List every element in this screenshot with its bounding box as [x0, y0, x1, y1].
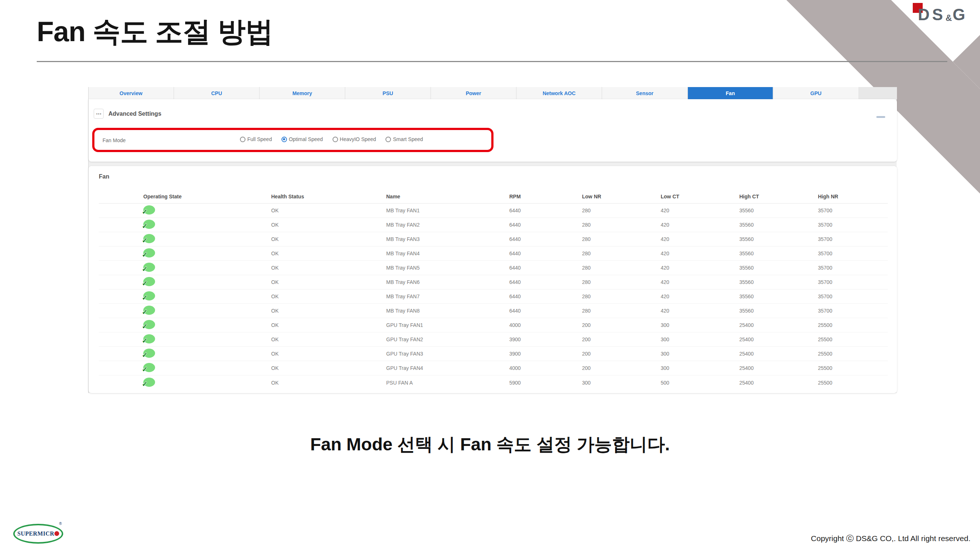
tab-label: Power [466, 91, 481, 96]
radio-icon [282, 137, 287, 142]
operating-state-cell: ✓ [143, 320, 271, 330]
tab-psu[interactable]: PSU [345, 87, 430, 99]
rpm-cell: 4000 [509, 322, 582, 328]
supermicro-ellipse: SUPERMICR [13, 524, 63, 544]
tab-label: PSU [382, 91, 393, 96]
tab-sensor[interactable]: Sensor [602, 87, 687, 99]
table-row: ✓ OK MB Tray FAN4 6440 280 420 35560 357… [99, 246, 888, 261]
operating-state-cell: ✓ [143, 334, 271, 345]
rpm-cell: 6440 [509, 308, 582, 314]
high-nr-cell: 35700 [818, 236, 888, 242]
rpm-cell: 6440 [509, 265, 582, 271]
tab-memory[interactable]: Memory [260, 87, 345, 99]
tab-cpu[interactable]: CPU [174, 87, 259, 99]
low-ct-cell: 420 [661, 251, 739, 256]
rpm-cell: 6440 [509, 208, 582, 213]
health-status-cell: OK [271, 337, 386, 342]
tab-network-aoc[interactable]: Network AOC [517, 87, 601, 99]
high-nr-cell: 35700 [818, 265, 888, 271]
copyright-text: Copyright ⓒ DS&G CO,. Ltd All right rese… [811, 534, 970, 544]
tab-label: Overview [119, 91, 142, 96]
low-nr-cell: 280 [582, 236, 661, 242]
tab-label: Network AOC [543, 91, 576, 96]
high-ct-cell: 35560 [739, 294, 818, 299]
tab-fan[interactable]: Fan [688, 87, 773, 99]
fan-mode-radio[interactable]: Optimal Speed [282, 136, 323, 142]
low-ct-cell: 420 [661, 308, 739, 314]
low-ct-cell: 300 [661, 365, 739, 371]
table-row: ✓ OK MB Tray FAN8 6440 280 420 35560 357… [99, 304, 888, 318]
title-underline [37, 61, 947, 62]
low-ct-cell: 420 [661, 294, 739, 299]
high-ct-cell: 35560 [739, 265, 818, 271]
column-header: High NR [818, 194, 888, 200]
table-body: ✓ OK MB Tray FAN1 6440 280 420 35560 357… [99, 203, 888, 390]
low-nr-cell: 280 [582, 251, 661, 256]
low-nr-cell: 200 [582, 365, 661, 371]
fan-mode-options: Full Speed Optimal Speed HeavyIO Speed S… [240, 136, 423, 142]
operating-state-cell: ✓ [143, 363, 271, 373]
dsg-logo-text: DS&G [918, 6, 968, 23]
high-ct-cell: 35560 [739, 208, 818, 213]
more-options-button[interactable]: ⋯ [94, 109, 103, 119]
ok-status-icon: ✓ [143, 378, 155, 387]
health-status-cell: OK [271, 265, 386, 271]
dsg-logo: DS&G [912, 3, 978, 26]
fan-table: Operating StateHealth StatusNameRPMLow N… [99, 189, 888, 390]
name-cell: MB Tray FAN3 [386, 236, 509, 242]
radio-label: Smart Speed [393, 136, 423, 142]
high-ct-cell: 35560 [739, 236, 818, 242]
rpm-cell: 6440 [509, 294, 582, 299]
tab-bar: OverviewCPUMemoryPSUPowerNetwork AOCSens… [89, 87, 897, 99]
table-row: ✓ OK GPU Tray FAN1 4000 200 300 25400 25… [99, 318, 888, 332]
operating-state-cell: ✓ [143, 205, 271, 216]
health-status-cell: OK [271, 294, 386, 299]
name-cell: GPU Tray FAN3 [386, 351, 509, 357]
ok-status-icon: ✓ [143, 306, 155, 315]
high-nr-cell: 25500 [818, 365, 888, 371]
ok-status-icon: ✓ [143, 291, 155, 300]
low-nr-cell: 280 [582, 208, 661, 213]
tab-label: Sensor [636, 91, 653, 96]
high-nr-cell: 35700 [818, 279, 888, 285]
ok-status-icon: ✓ [143, 248, 155, 257]
page-title: Fan 속도 조절 방법 [37, 13, 273, 51]
ok-status-icon: ✓ [143, 363, 155, 372]
ok-status-icon: ✓ [143, 220, 155, 229]
name-cell: MB Tray FAN2 [386, 222, 509, 228]
rpm-cell: 6440 [509, 279, 582, 285]
low-ct-cell: 420 [661, 236, 739, 242]
name-cell: MB Tray FAN6 [386, 279, 509, 285]
collapse-icon[interactable] [877, 116, 885, 118]
fan-mode-label: Fan Mode [102, 137, 126, 143]
name-cell: MB Tray FAN4 [386, 251, 509, 256]
low-nr-cell: 200 [582, 337, 661, 342]
fan-mode-radio[interactable]: HeavyIO Speed [332, 136, 376, 142]
operating-state-cell: ✓ [143, 306, 271, 316]
ok-status-icon: ✓ [143, 349, 155, 358]
low-ct-cell: 420 [661, 208, 739, 213]
health-status-cell: OK [271, 208, 386, 213]
low-nr-cell: 280 [582, 265, 661, 271]
ok-status-icon: ✓ [143, 277, 155, 286]
bmc-screenshot: OverviewCPUMemoryPSUPowerNetwork AOCSens… [88, 87, 897, 393]
operating-state-cell: ✓ [143, 263, 271, 273]
tab-gpu[interactable]: GPU [773, 87, 858, 99]
low-nr-cell: 280 [582, 308, 661, 314]
low-ct-cell: 500 [661, 380, 739, 386]
radio-label: Optimal Speed [289, 136, 323, 142]
rpm-cell: 4000 [509, 365, 582, 371]
column-header: Low NR [582, 194, 661, 200]
tab-power[interactable]: Power [431, 87, 516, 99]
high-ct-cell: 25400 [739, 351, 818, 357]
high-nr-cell: 25500 [818, 380, 888, 386]
fan-mode-radio[interactable]: Full Speed [240, 136, 272, 142]
health-status-cell: OK [271, 351, 386, 357]
tab-label: Memory [293, 91, 312, 96]
advanced-settings-title: Advanced Settings [108, 111, 161, 117]
table-row: ✓ OK MB Tray FAN2 6440 280 420 35560 357… [99, 218, 888, 232]
fan-mode-radio[interactable]: Smart Speed [385, 136, 423, 142]
tab-overview[interactable]: Overview [89, 87, 173, 99]
ok-status-icon: ✓ [143, 334, 155, 343]
low-nr-cell: 200 [582, 322, 661, 328]
